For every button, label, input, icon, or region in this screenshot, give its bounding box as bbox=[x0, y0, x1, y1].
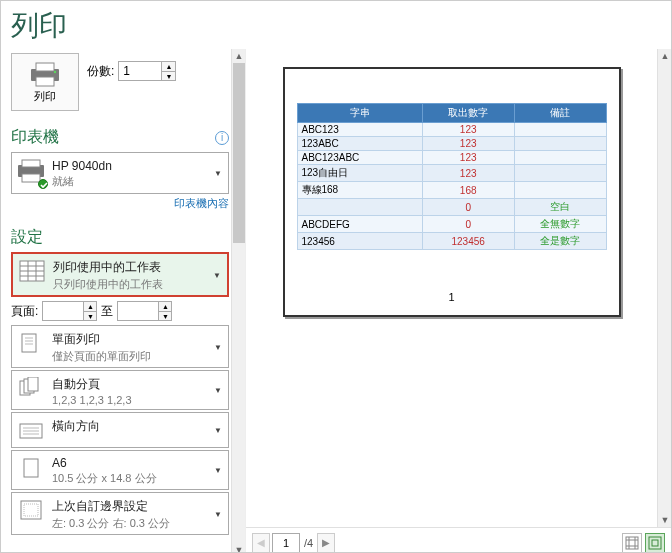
landscape-icon bbox=[16, 416, 46, 444]
page-to-down[interactable]: ▼ bbox=[158, 311, 171, 320]
table-row: ABC123123 bbox=[297, 123, 606, 137]
chevron-down-icon: ▼ bbox=[214, 509, 222, 518]
prev-page-button[interactable]: ◀ bbox=[252, 533, 270, 553]
margins-toggle-icon bbox=[625, 536, 639, 550]
preview-footer: ◀ /4 ▶ bbox=[246, 527, 671, 553]
print-button-label: 列印 bbox=[34, 89, 56, 104]
show-margins-button[interactable] bbox=[622, 533, 642, 553]
cell-c1: ABC123ABC bbox=[297, 151, 422, 165]
copies-up[interactable]: ▲ bbox=[161, 62, 175, 71]
page-to-up[interactable]: ▲ bbox=[158, 302, 171, 311]
paper-size-icon bbox=[16, 454, 46, 482]
table-row: ABCDEFG0全無數字 bbox=[297, 216, 606, 233]
cell-c2: 0 bbox=[422, 199, 514, 216]
printer-dropdown[interactable]: HP 9040dn 就緒 ▼ bbox=[11, 152, 229, 194]
total-pages: /4 bbox=[304, 537, 313, 549]
cell-c3: 全是數字 bbox=[514, 233, 606, 250]
cell-c2: 123 bbox=[422, 151, 514, 165]
cell-c1: 123456 bbox=[297, 233, 422, 250]
svg-point-3 bbox=[54, 70, 56, 72]
scroll-up-icon[interactable]: ▲ bbox=[658, 49, 672, 63]
cell-c3 bbox=[514, 151, 606, 165]
page-range-label: 頁面: bbox=[11, 303, 38, 320]
paper-size-dropdown[interactable]: A6 10.5 公分 x 14.8 公分 ▼ bbox=[11, 450, 229, 490]
cell-c3 bbox=[514, 182, 606, 199]
page-from-spinner[interactable]: ▲▼ bbox=[42, 301, 97, 321]
svg-rect-33 bbox=[652, 540, 658, 546]
preview-header: 字串 bbox=[297, 104, 422, 123]
page-from-down[interactable]: ▼ bbox=[83, 311, 96, 320]
left-panel: 列印 份數: ▲ ▼ 印表機 i bbox=[1, 49, 246, 553]
cell-c1 bbox=[297, 199, 422, 216]
printer-name: HP 9040dn bbox=[52, 159, 224, 173]
cell-c1: ABC123 bbox=[297, 123, 422, 137]
preview-table: 字串 取出數字 備註 ABC123123123ABC123ABC123ABC12… bbox=[297, 103, 607, 250]
scroll-up-icon[interactable]: ▲ bbox=[232, 49, 246, 63]
copies-input[interactable] bbox=[119, 62, 161, 80]
copies-down[interactable]: ▼ bbox=[161, 71, 175, 80]
preview-panel: 字串 取出數字 備註 ABC123123123ABC123ABC123ABC12… bbox=[246, 49, 671, 553]
next-page-button[interactable]: ▶ bbox=[317, 533, 335, 553]
svg-rect-5 bbox=[22, 160, 40, 167]
svg-rect-13 bbox=[22, 334, 36, 352]
copies-spinner[interactable]: ▲ ▼ bbox=[118, 61, 176, 81]
sides-dropdown[interactable]: 單面列印 僅於頁面的單面列印 ▼ bbox=[11, 325, 229, 368]
cell-c3 bbox=[514, 123, 606, 137]
scroll-thumb[interactable] bbox=[233, 63, 245, 243]
print-what-sub: 只列印使用中的工作表 bbox=[53, 277, 223, 292]
preview-header: 備註 bbox=[514, 104, 606, 123]
print-button[interactable]: 列印 bbox=[11, 53, 79, 111]
current-page-input[interactable] bbox=[272, 533, 300, 553]
single-side-icon bbox=[16, 329, 46, 357]
page-to-spinner[interactable]: ▲▼ bbox=[117, 301, 172, 321]
zoom-to-page-button[interactable] bbox=[645, 533, 665, 553]
margins-dropdown[interactable]: 上次自訂邊界設定 左: 0.3 公分 右: 0.3 公分 ▼ bbox=[11, 492, 229, 535]
page-to-input[interactable] bbox=[118, 302, 158, 320]
margins-sub: 左: 0.3 公分 右: 0.3 公分 bbox=[52, 516, 224, 531]
table-row: 123ABC123 bbox=[297, 137, 606, 151]
page-range-to-label: 至 bbox=[101, 303, 113, 320]
cell-c1: ABCDEFG bbox=[297, 216, 422, 233]
collate-icon bbox=[16, 374, 46, 402]
left-scrollbar[interactable]: ▲ ▼ bbox=[231, 49, 245, 553]
collate-title: 自動分頁 bbox=[52, 376, 224, 393]
scroll-down-icon[interactable]: ▼ bbox=[232, 543, 246, 553]
page-title: 列印 bbox=[1, 1, 671, 49]
chevron-down-icon: ▼ bbox=[214, 426, 222, 435]
cell-c3: 全無數字 bbox=[514, 216, 606, 233]
svg-rect-27 bbox=[626, 537, 638, 549]
preview-page: 字串 取出數字 備註 ABC123123123ABC123ABC123ABC12… bbox=[283, 67, 621, 317]
printer-status: 就緒 bbox=[52, 174, 224, 189]
info-icon[interactable]: i bbox=[215, 131, 229, 145]
cell-c3: 空白 bbox=[514, 199, 606, 216]
svg-rect-6 bbox=[22, 174, 40, 182]
print-what-dropdown[interactable]: 列印使用中的工作表 只列印使用中的工作表 ▼ bbox=[11, 252, 229, 297]
cell-c2: 0 bbox=[422, 216, 514, 233]
orientation-title: 橫向方向 bbox=[52, 418, 224, 435]
settings-section-title: 設定 bbox=[11, 227, 229, 248]
chevron-down-icon: ▼ bbox=[214, 466, 222, 475]
right-scrollbar[interactable]: ▲ ▼ bbox=[657, 49, 671, 527]
sides-sub: 僅於頁面的單面列印 bbox=[52, 349, 224, 364]
cell-c1: 專線168 bbox=[297, 182, 422, 199]
page-from-input[interactable] bbox=[43, 302, 83, 320]
table-row: 專線168168 bbox=[297, 182, 606, 199]
margins-title: 上次自訂邊界設定 bbox=[52, 498, 224, 515]
scroll-down-icon[interactable]: ▼ bbox=[658, 513, 672, 527]
svg-rect-19 bbox=[28, 377, 38, 391]
cell-c2: 123 bbox=[422, 137, 514, 151]
collate-dropdown[interactable]: 自動分頁 1,2,3 1,2,3 1,2,3 ▼ bbox=[11, 370, 229, 410]
worksheet-icon bbox=[17, 257, 47, 285]
table-row: 123456123456全是數字 bbox=[297, 233, 606, 250]
table-row: ABC123ABC123 bbox=[297, 151, 606, 165]
cell-c1: 123自由日 bbox=[297, 165, 422, 182]
page-from-up[interactable]: ▲ bbox=[83, 302, 96, 311]
cell-c1: 123ABC bbox=[297, 137, 422, 151]
cell-c3 bbox=[514, 137, 606, 151]
svg-rect-1 bbox=[36, 63, 54, 71]
cell-c3 bbox=[514, 165, 606, 182]
cell-c2: 123456 bbox=[422, 233, 514, 250]
paper-size-title: A6 bbox=[52, 456, 224, 470]
margins-icon bbox=[16, 496, 46, 524]
orientation-dropdown[interactable]: 橫向方向 ▼ bbox=[11, 412, 229, 448]
